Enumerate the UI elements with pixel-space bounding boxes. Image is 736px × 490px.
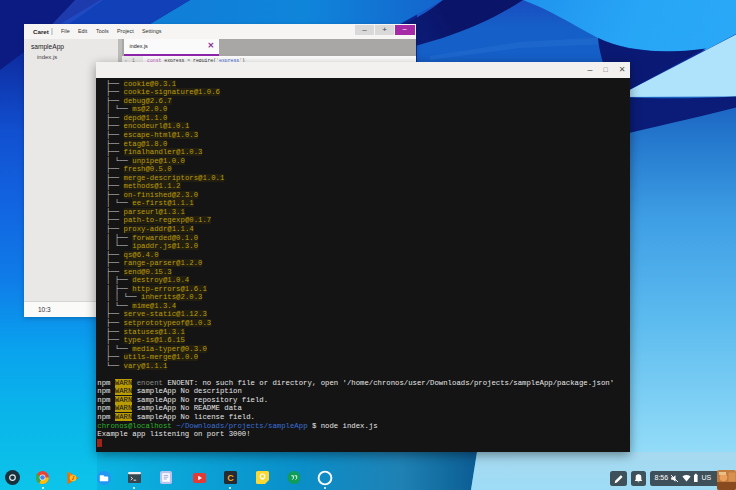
svg-text:C: C: [227, 473, 234, 483]
